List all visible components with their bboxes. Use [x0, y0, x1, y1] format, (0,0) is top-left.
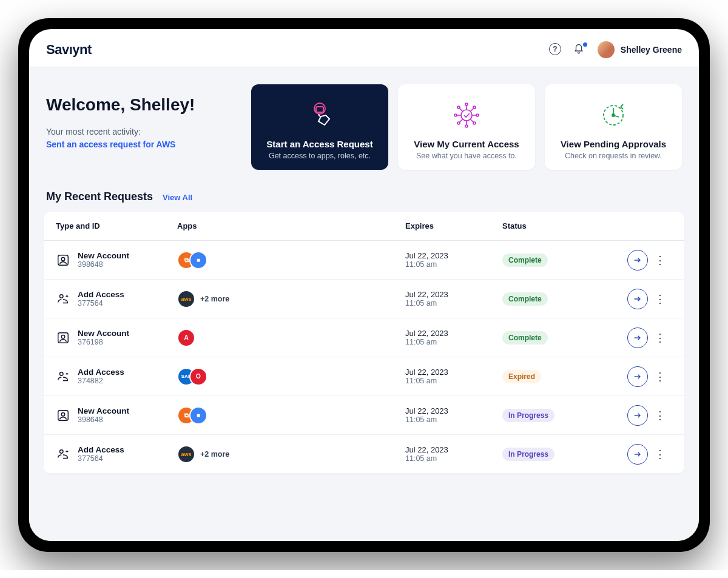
row-more-button[interactable]: ⋮: [655, 370, 666, 383]
expires-date: Jul 22, 2023: [405, 406, 502, 415]
table-header: Type and ID Apps Expires Status: [44, 212, 684, 241]
svg-line-18: [460, 119, 463, 123]
row-more-button[interactable]: ⋮: [655, 331, 666, 344]
card-title: View My Current Access: [414, 139, 519, 149]
expires-time: 11:05 am: [405, 415, 502, 424]
request-type: New Account: [78, 329, 129, 338]
svg-line-15: [460, 109, 463, 112]
help-button[interactable]: ?: [549, 43, 562, 56]
notifications-button[interactable]: [573, 43, 587, 56]
request-type: Add Access: [78, 445, 124, 454]
open-request-button[interactable]: [627, 405, 648, 426]
svg-point-9: [457, 122, 460, 124]
expires-time: 11:05 am: [405, 454, 502, 463]
open-request-button[interactable]: [627, 250, 648, 271]
access-request-icon: [303, 95, 337, 135]
svg-point-31: [60, 372, 64, 375]
view-all-link[interactable]: View All: [163, 193, 192, 202]
welcome-title: Welcome, Shelley!: [46, 95, 240, 115]
open-request-button[interactable]: [627, 289, 648, 309]
card-view-current-access[interactable]: View My Current Access See what you have…: [398, 84, 535, 170]
col-expires: Expires: [405, 221, 502, 230]
request-type: New Account: [78, 251, 129, 260]
action-cards: Start an Access Request Get access to ap…: [251, 84, 682, 170]
brand-logo: Savıynt: [46, 42, 92, 58]
table-row: New Account398648⧉■Jul 22, 202311:05 amC…: [44, 241, 684, 280]
table-row: New Account398648⧉■Jul 22, 202311:05 amI…: [44, 396, 684, 435]
type-cell: New Account398648: [56, 251, 177, 269]
card-view-pending-approvals[interactable]: View Pending Approvals Check on requests…: [545, 84, 682, 170]
arrow-right-icon: [633, 449, 642, 459]
row-more-button[interactable]: ⋮: [655, 448, 666, 461]
request-id: 398648: [78, 415, 129, 424]
svg-line-16: [471, 119, 474, 123]
request-id: 398648: [78, 260, 129, 269]
row-more-button[interactable]: ⋮: [655, 292, 666, 306]
svg-point-34: [61, 412, 65, 416]
activity-label: Your most recent activity:: [46, 127, 240, 136]
apps-more-count: +2 more: [200, 295, 229, 303]
card-title: View Pending Approvals: [561, 139, 666, 149]
arrow-right-icon: [633, 255, 642, 265]
hero: Welcome, Shelley! Your most recent activ…: [29, 67, 699, 184]
row-more-button[interactable]: ⋮: [655, 254, 666, 267]
svg-point-6: [476, 114, 479, 116]
app-icon-oracle: O: [189, 368, 207, 386]
type-cell: Add Access374882: [56, 368, 177, 385]
status-badge: In Progress: [502, 448, 554, 461]
add-access-icon: [56, 369, 70, 384]
row-more-button[interactable]: ⋮: [655, 409, 666, 422]
user-menu[interactable]: Shelley Greene: [598, 41, 682, 58]
user-name: Shelley Greene: [621, 45, 682, 55]
app-icon-adp: A: [177, 329, 195, 347]
avatar: [598, 41, 615, 58]
open-request-button[interactable]: [627, 366, 648, 387]
request-type: Add Access: [78, 290, 124, 299]
status-badge: Complete: [502, 331, 548, 344]
col-type: Type and ID: [56, 221, 177, 230]
add-access-icon: [56, 447, 70, 462]
svg-point-24: [61, 257, 65, 261]
card-subtitle: Check on requests in review.: [565, 152, 662, 160]
svg-point-10: [473, 122, 476, 124]
notification-dot-icon: [583, 42, 587, 47]
card-start-access-request[interactable]: Start an Access Request Get access to ap…: [251, 84, 388, 170]
new-account-icon: [56, 331, 70, 345]
svg-point-36: [60, 449, 64, 453]
col-apps: Apps: [177, 221, 405, 230]
status-cell: Complete: [502, 292, 605, 306]
card-subtitle: See what you have access to.: [416, 152, 517, 160]
more-icon: ⋮: [655, 254, 666, 267]
arrow-right-icon: [633, 333, 642, 343]
expires-date: Jul 22, 2023: [405, 368, 502, 377]
more-icon: ⋮: [655, 331, 666, 344]
card-subtitle: Get access to apps, roles, etc.: [269, 152, 371, 160]
type-cell: New Account398648: [56, 406, 177, 424]
expires-cell: Jul 22, 202311:05 am: [405, 406, 502, 424]
more-icon: ⋮: [655, 292, 666, 306]
activity-link[interactable]: Sent an access request for AWS: [46, 139, 175, 149]
tablet-frame: Savıynt ? Shelley Greene Welcome, Shelle…: [18, 18, 710, 552]
type-cell: New Account376198: [56, 329, 177, 346]
open-request-button[interactable]: [627, 328, 648, 348]
more-icon: ⋮: [655, 448, 666, 461]
more-icon: ⋮: [655, 370, 666, 383]
app-icon-aws: aws: [177, 290, 195, 308]
app-icon-blue_video: ■: [189, 406, 207, 425]
apps-cell: aws+2 more: [177, 445, 405, 463]
status-badge: Expired: [502, 370, 541, 383]
pending-approvals-icon: [596, 95, 630, 135]
open-request-button[interactable]: [627, 444, 648, 465]
requests-section-header: My Recent Requests View All: [29, 184, 699, 212]
expires-cell: Jul 22, 202311:05 am: [405, 445, 502, 463]
expires-date: Jul 22, 2023: [405, 329, 502, 338]
more-icon: ⋮: [655, 409, 666, 422]
col-status: Status: [502, 221, 605, 230]
arrow-right-icon: [633, 372, 642, 381]
type-cell: Add Access377564: [56, 445, 177, 463]
new-account-icon: [56, 253, 70, 267]
apps-cell: A: [177, 329, 405, 347]
card-title: Start an Access Request: [266, 139, 372, 149]
request-id: 377564: [78, 454, 124, 463]
expires-time: 11:05 am: [405, 338, 502, 346]
